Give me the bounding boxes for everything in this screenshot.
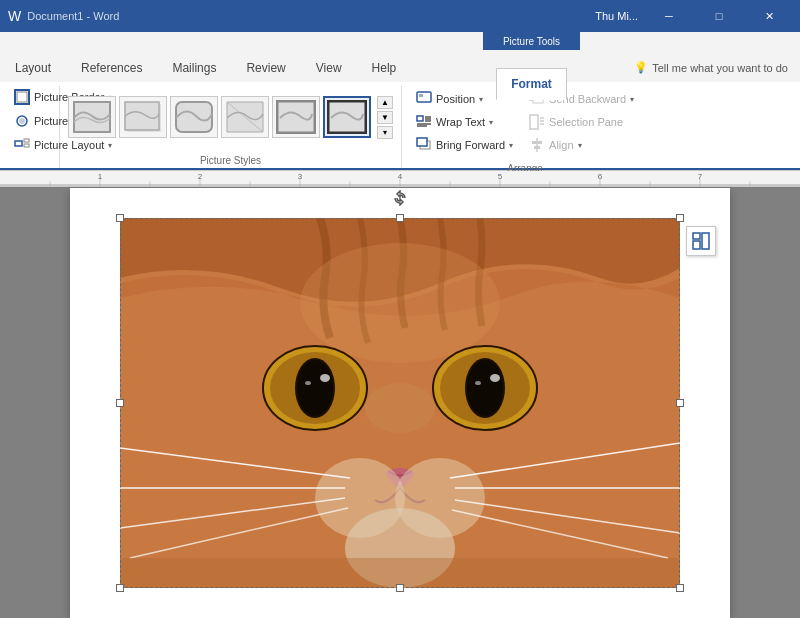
ribbon-content: Picture Border ▾ Picture Effects ▾ Pictu…	[0, 82, 800, 170]
svg-point-69	[467, 360, 503, 416]
align-icon	[529, 137, 545, 153]
svg-point-71	[475, 381, 481, 385]
position-label: Position	[436, 93, 475, 105]
svg-point-62	[297, 360, 333, 416]
picture-border-icon	[14, 89, 30, 105]
user-name: Thu Mi...	[595, 10, 638, 22]
align-dropdown[interactable]: ▾	[578, 141, 582, 150]
svg-rect-6	[24, 144, 29, 147]
handle-bottom-middle[interactable]	[396, 584, 404, 592]
title-bar: W Document1 - Word Thu Mi... ─ □ ✕	[0, 0, 800, 32]
bring-forward-icon	[416, 137, 432, 153]
selection-pane-button[interactable]: Selection Pane	[523, 111, 640, 133]
align-label: Align	[549, 139, 573, 151]
scroll-more-button[interactable]: ▾	[377, 126, 393, 139]
maximize-button[interactable]: □	[696, 0, 742, 32]
svg-point-3	[19, 118, 25, 124]
svg-text:3: 3	[298, 173, 302, 182]
wrap-text-label: Wrap Text	[436, 116, 485, 128]
svg-rect-23	[417, 138, 427, 146]
tab-mailings[interactable]: Mailings	[157, 51, 231, 83]
tell-me-section[interactable]: 💡 Tell me what you want to do	[622, 61, 800, 82]
style-thumb-1[interactable]	[68, 96, 116, 138]
tab-view[interactable]: View	[301, 51, 357, 83]
tab-layout[interactable]: Layout	[0, 51, 66, 83]
handle-top-middle[interactable]	[396, 214, 404, 222]
svg-point-70	[490, 374, 500, 382]
tab-references[interactable]: References	[66, 51, 157, 83]
svg-rect-86	[693, 233, 700, 239]
handle-bottom-left[interactable]	[116, 584, 124, 592]
bring-forward-label: Bring Forward	[436, 139, 505, 151]
style-thumb-3[interactable]	[170, 96, 218, 138]
picture-tools-label: Picture Tools	[483, 32, 580, 50]
svg-rect-16	[417, 116, 423, 121]
tab-format[interactable]: Format	[496, 68, 567, 100]
picture-effects-icon	[14, 113, 30, 129]
svg-text:4: 4	[398, 173, 403, 182]
scroll-down-button[interactable]: ▼	[377, 111, 393, 124]
tell-me-text[interactable]: Tell me what you want to do	[652, 62, 788, 74]
minimize-button[interactable]: ─	[646, 0, 692, 32]
close-button[interactable]: ✕	[746, 0, 792, 32]
selected-image[interactable]	[120, 218, 680, 588]
svg-rect-5	[24, 139, 29, 142]
style-thumb-4[interactable]	[221, 96, 269, 138]
svg-point-58	[300, 243, 500, 363]
svg-text:7: 7	[698, 173, 702, 182]
tab-review[interactable]: Review	[231, 51, 300, 83]
svg-rect-13	[328, 101, 366, 133]
svg-point-64	[305, 381, 311, 385]
svg-rect-32	[534, 146, 540, 149]
svg-rect-87	[693, 241, 700, 249]
document-title: Document1 - Word	[27, 10, 119, 22]
scroll-up-button[interactable]: ▲	[377, 96, 393, 109]
bring-forward-dropdown[interactable]: ▾	[509, 141, 513, 150]
svg-rect-1	[17, 92, 27, 102]
tab-help[interactable]: Help	[357, 51, 412, 83]
svg-rect-15	[419, 94, 423, 97]
wrap-text-icon	[416, 114, 432, 130]
style-thumbnails	[68, 96, 371, 138]
selection-pane-label: Selection Pane	[549, 116, 623, 128]
horizontal-ruler: 1 2 3 4 5 6 7	[0, 171, 800, 187]
picture-layout-icon	[14, 137, 30, 153]
svg-text:6: 6	[598, 173, 602, 182]
wrap-text-dropdown[interactable]: ▾	[489, 118, 493, 127]
ribbon: Layout References Mailings Review View H…	[0, 32, 800, 171]
bring-forward-button[interactable]: Bring Forward ▾	[410, 134, 519, 156]
handle-top-left[interactable]	[116, 214, 124, 222]
svg-text:1: 1	[98, 173, 102, 182]
svg-text:2: 2	[198, 173, 202, 182]
group-effects: Picture Border ▾ Picture Effects ▾ Pictu…	[0, 86, 60, 168]
layout-options-button[interactable]	[686, 226, 716, 256]
align-button[interactable]: Align ▾	[523, 134, 640, 156]
lightbulb-icon: 💡	[634, 61, 648, 74]
style-thumb-6[interactable]	[323, 96, 371, 138]
svg-rect-12	[277, 101, 315, 133]
thumb-scroll: ▲ ▼ ▾	[375, 96, 393, 139]
selection-pane-icon	[529, 114, 545, 130]
send-backward-dropdown[interactable]: ▾	[630, 95, 634, 104]
rotate-handle[interactable]	[392, 190, 408, 206]
document-area	[0, 187, 800, 618]
svg-point-63	[320, 374, 330, 382]
style-thumb-2[interactable]	[119, 96, 167, 138]
handle-middle-left[interactable]	[116, 399, 124, 407]
svg-rect-9	[125, 102, 159, 130]
handle-bottom-right[interactable]	[676, 584, 684, 592]
document-page	[70, 188, 730, 618]
cat-photo	[120, 218, 680, 588]
handle-top-right[interactable]	[676, 214, 684, 222]
svg-rect-4	[15, 141, 22, 146]
style-thumb-5[interactable]	[272, 96, 320, 138]
position-icon	[416, 91, 432, 107]
picture-styles-label: Picture Styles	[68, 152, 393, 168]
position-dropdown[interactable]: ▾	[479, 95, 483, 104]
wrap-text-button[interactable]: Wrap Text ▾	[410, 111, 519, 133]
svg-rect-88	[702, 233, 709, 249]
svg-point-73	[365, 383, 435, 433]
svg-rect-31	[532, 141, 542, 144]
handle-middle-right[interactable]	[676, 399, 684, 407]
svg-rect-26	[530, 115, 538, 129]
